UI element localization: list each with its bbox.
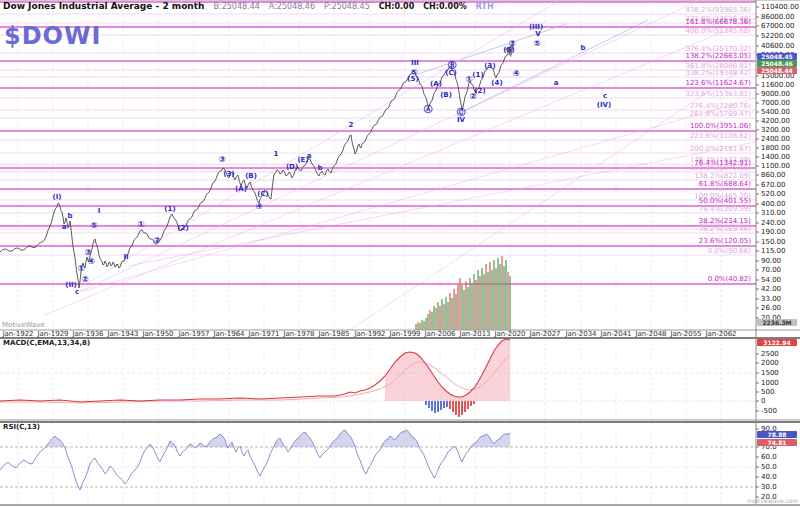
date-axis[interactable] [0,330,756,338]
price-pane[interactable] [0,0,756,330]
rsi-pane[interactable] [0,422,756,505]
chart-window: Dow Jones Industrial Average - 2 month B… [0,0,800,507]
macd-pane[interactable] [0,338,756,420]
price-axis[interactable] [756,0,800,507]
